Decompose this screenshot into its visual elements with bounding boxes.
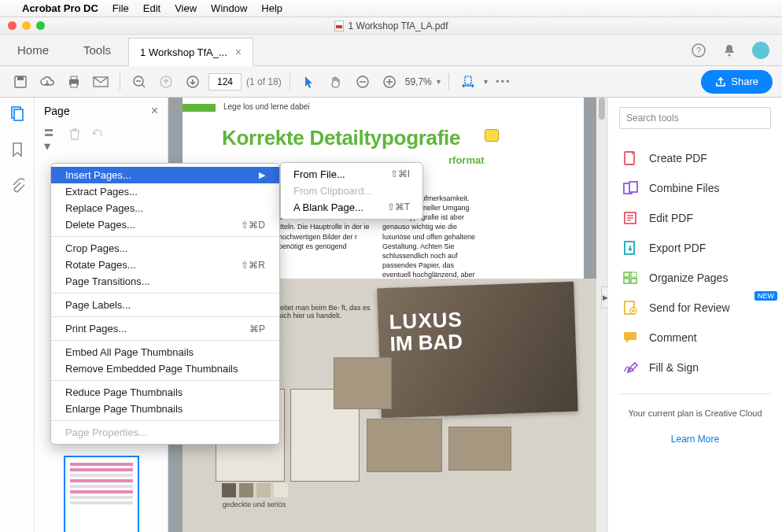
document-scrollbar[interactable] (596, 98, 607, 532)
menu-window[interactable]: Window (211, 2, 247, 14)
trash-icon[interactable] (69, 127, 80, 153)
attachment-icon[interactable] (10, 178, 24, 194)
chevron-down-icon[interactable]: ▾ (437, 77, 441, 86)
menu-edit[interactable]: Edit (143, 2, 160, 14)
page-panel-title: Page (44, 105, 70, 117)
plan-text: Your current plan is Creative Cloud (619, 408, 771, 418)
tool-label: Create PDF (649, 152, 707, 164)
sample-photo-3 (448, 427, 511, 471)
app-name[interactable]: Acrobat Pro DC (22, 2, 98, 14)
hand-icon[interactable] (325, 71, 347, 93)
menu-item-page-transitions[interactable]: Page Transitions... (51, 273, 279, 290)
chevron-down-icon[interactable]: ▾ (484, 77, 488, 86)
comment-annotation-icon[interactable] (485, 129, 499, 142)
tab-row: Home Tools 1 Workshop TfA_... × ? (0, 35, 782, 66)
submenu-item-a-blank-page[interactable]: A Blank Page...⇧⌘T (281, 199, 422, 216)
tool-fill-sign[interactable]: Fill & Sign (619, 353, 771, 382)
menu-item-page-labels[interactable]: Page Labels... (51, 297, 279, 313)
menu-item-reduce-page-thumbnails[interactable]: Reduce Page Thumbnails (51, 384, 279, 401)
more-icon[interactable]: ••• (492, 71, 515, 93)
page-number-input[interactable] (208, 73, 242, 91)
menu-item-embed-all-page-thumbnails[interactable]: Embed All Page Thumbnails (51, 344, 279, 360)
share-label: Share (731, 76, 758, 87)
tab-home[interactable]: Home (0, 35, 66, 65)
menu-item-crop-pages[interactable]: Crop Pages... (51, 240, 279, 257)
menu-item-rotate-pages[interactable]: Rotate Pages...⇧⌘R (51, 257, 279, 273)
collapse-handle[interactable]: ▶ (601, 286, 608, 308)
zoom-out-icon[interactable] (128, 71, 150, 93)
menu-item-delete-pages[interactable]: Delete Pages...⇧⌘D (51, 216, 279, 233)
mac-menubar: Acrobat Pro DC File Edit View Window Hel… (0, 0, 782, 17)
learn-more-link[interactable]: Learn More (619, 434, 771, 445)
tab-close-icon[interactable]: × (235, 46, 242, 58)
bell-icon[interactable] (722, 43, 736, 57)
tools-panel: ▶ Search tools Create PDFCombine FilesEd… (607, 98, 782, 532)
search-tools-input[interactable]: Search tools (619, 107, 771, 129)
save-icon[interactable] (9, 71, 31, 93)
svg-rect-19 (465, 76, 471, 84)
tab-document[interactable]: 1 Workshop TfA_... × (128, 38, 253, 66)
thumbnails-icon[interactable] (9, 105, 25, 121)
toolbar: (1 of 18) 59,7% ▾ ▾ ••• Share (0, 66, 782, 98)
tool-organize-pages[interactable]: Organize Pages (619, 263, 771, 293)
tool-combine-files[interactable]: Combine Files (619, 173, 771, 203)
close-panel-icon[interactable]: × (151, 104, 158, 118)
page-down-icon[interactable] (182, 71, 204, 93)
swatch-label: gedeckte und seriös (222, 501, 286, 508)
tool-send-for-review[interactable]: Send for ReviewNEW (619, 293, 771, 323)
svg-point-2 (729, 54, 731, 56)
options-icon[interactable]: ▾ (44, 127, 58, 153)
window-maximize-button[interactable] (36, 21, 45, 30)
comment-icon (622, 330, 638, 345)
minus-icon[interactable] (352, 71, 374, 93)
submenu-item-from-file[interactable]: From File...⇧⌘I (281, 166, 422, 183)
zoom-level[interactable]: 59,7% (405, 76, 432, 87)
svg-rect-34 (624, 279, 629, 283)
page-thumbnail[interactable] (64, 456, 139, 532)
page-context-menu: Insert Pages...▶Extract Pages...Replace … (50, 163, 280, 445)
window-title: 1 Workshop TfA_LA.pdf (349, 20, 448, 31)
fit-icon[interactable] (457, 71, 479, 93)
tool-export-pdf[interactable]: Export PDF (619, 233, 771, 263)
tool-create-pdf[interactable]: Create PDF (619, 143, 771, 173)
accent-strip (183, 104, 216, 112)
menu-view[interactable]: View (175, 2, 197, 14)
cloud-icon[interactable] (36, 71, 58, 93)
print-icon[interactable] (63, 71, 85, 93)
plus-icon[interactable] (378, 71, 400, 93)
tool-comment[interactable]: Comment (619, 323, 771, 353)
mail-icon[interactable] (90, 71, 112, 93)
menu-item-extract-pages[interactable]: Extract Pages... (51, 183, 279, 200)
share-button[interactable]: Share (701, 70, 773, 94)
menu-help[interactable]: Help (261, 2, 282, 14)
page-subhead: rformat (448, 154, 485, 166)
sign-icon (622, 360, 638, 375)
rotate-icon[interactable] (91, 127, 104, 153)
sample-photo-1 (334, 357, 392, 409)
svg-rect-23 (45, 134, 53, 136)
menu-file[interactable]: File (113, 2, 129, 14)
pointer-icon[interactable] (298, 71, 320, 93)
tab-tools[interactable]: Tools (66, 35, 128, 65)
organize-icon (622, 270, 638, 286)
page-up-icon[interactable] (155, 71, 177, 93)
page-caption: Lege los und lerne dabei (223, 102, 310, 111)
submenu-item-from-clipboard: From Clipboard... (281, 183, 422, 199)
help-icon[interactable]: ? (691, 42, 706, 58)
svg-rect-32 (624, 272, 629, 277)
menu-item-enlarge-page-thumbnails[interactable]: Enlarge Page Thumbnails (51, 401, 279, 417)
menu-item-remove-embedded-page-thumbnails[interactable]: Remove Embedded Page Thumbnails (51, 360, 279, 377)
menu-item-replace-pages[interactable]: Replace Pages... (51, 200, 279, 216)
menu-item-page-properties: Page Properties... (51, 424, 279, 441)
avatar[interactable] (752, 42, 769, 59)
menu-item-print-pages[interactable]: Print Pages...⌘P (51, 320, 279, 337)
tool-edit-pdf[interactable]: Edit PDF (619, 203, 771, 233)
send-icon (622, 300, 638, 316)
window-minimize-button[interactable] (22, 21, 31, 30)
page-headline: Korrekte Detailtypografie (222, 126, 460, 150)
hero-photo: LUXUS IM BAD (377, 282, 578, 419)
svg-rect-6 (71, 76, 77, 79)
menu-item-insert-pages[interactable]: Insert Pages...▶ (51, 167, 279, 183)
window-close-button[interactable] (8, 21, 17, 30)
bookmark-icon[interactable] (11, 142, 24, 157)
